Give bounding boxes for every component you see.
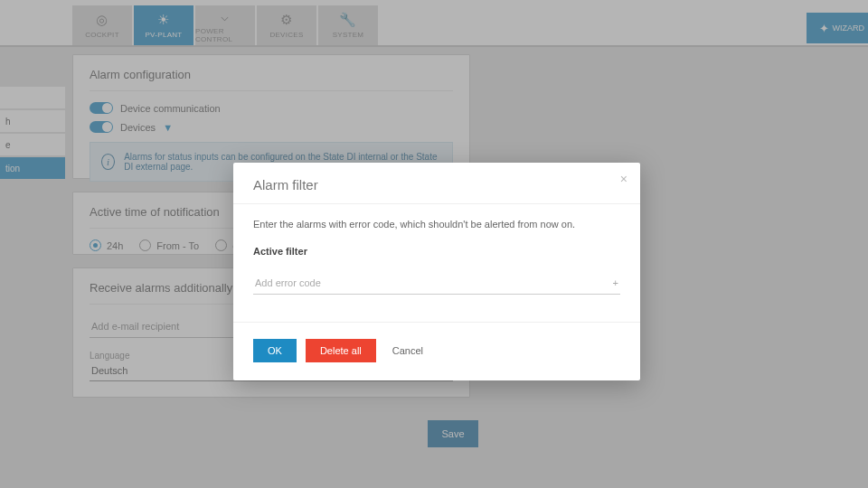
modal-description: Enter the alarms with error code, which … bbox=[253, 219, 620, 230]
cancel-button[interactable]: Cancel bbox=[385, 339, 438, 362]
modal-subheading: Active filter bbox=[253, 246, 620, 257]
plus-icon[interactable]: + bbox=[613, 277, 618, 288]
delete-all-button[interactable]: Delete all bbox=[306, 339, 376, 362]
error-code-input[interactable]: Add error code + bbox=[253, 273, 620, 295]
ok-button[interactable]: OK bbox=[253, 339, 297, 362]
close-icon[interactable]: × bbox=[620, 172, 627, 186]
input-placeholder: Add error code bbox=[255, 277, 321, 288]
alarm-filter-modal: Alarm filter × Enter the alarms with err… bbox=[233, 163, 640, 380]
modal-title: Alarm filter bbox=[253, 177, 620, 192]
